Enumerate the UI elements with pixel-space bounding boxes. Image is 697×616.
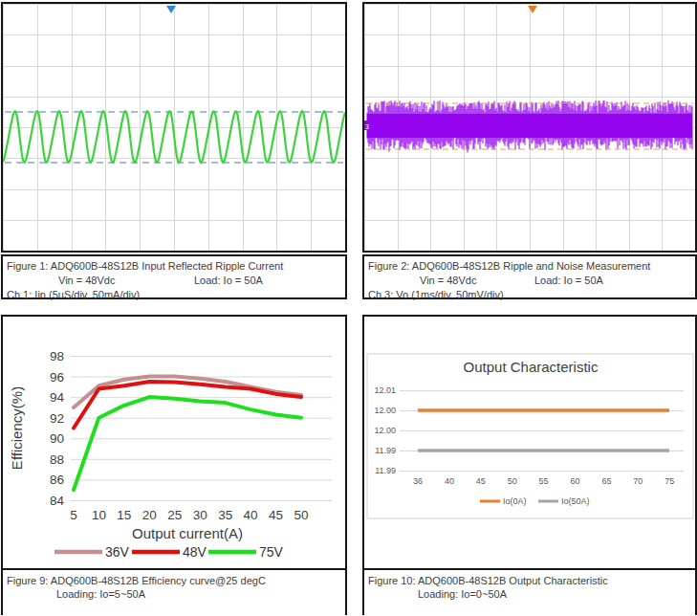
svg-text:5: 5: [70, 508, 77, 522]
fig2-oscilloscope-screen: 3: [362, 2, 697, 253]
svg-text:Output Characteristic: Output Characteristic: [464, 359, 599, 375]
svg-text:12.01: 12.01: [374, 385, 396, 395]
svg-text:36V: 36V: [105, 544, 130, 560]
fig2-caption-box: Figure 2: ADQ600B-48S12B Ripple and Nois…: [362, 254, 697, 299]
fig10-caption-title: Figure 10: ADQ600B-48S12B Output Charact…: [368, 575, 695, 586]
svg-text:12.00: 12.00: [374, 426, 396, 435]
svg-text:96: 96: [50, 370, 64, 385]
fig1-vin-value: Vin = 48Vdc: [58, 274, 115, 288]
fig1-load-value: Load: Io = 50A: [194, 274, 263, 288]
svg-text:55: 55: [539, 476, 549, 486]
svg-text:11.99: 11.99: [375, 466, 396, 475]
fig1-caption-title: Figure 1: ADQ600B-48S12B Input Reflected…: [3, 259, 345, 274]
fig1-caption-box: Figure 1: ADQ600B-48S12B Input Reflected…: [1, 254, 347, 299]
svg-text:50: 50: [294, 508, 308, 522]
fig1-caption-conditions: Vin = 48Vdc Load: Io = 50A: [3, 274, 345, 288]
svg-text:Io(50A): Io(50A): [561, 496, 590, 506]
svg-text:12.00: 12.00: [374, 406, 396, 415]
svg-text:48V: 48V: [183, 544, 207, 560]
svg-text:90: 90: [50, 431, 64, 446]
svg-text:Output current(A): Output current(A): [132, 525, 243, 541]
fig2-caption-conditions: Vin = 48Vdc Load: Io = 50A: [364, 274, 695, 288]
fig2-vin-value: Vin = 48Vdc: [420, 274, 476, 288]
svg-text:75V: 75V: [259, 544, 284, 560]
trigger-marker-icon: [528, 6, 537, 13]
fig1-oscilloscope-screen: [1, 2, 347, 253]
svg-text:86: 86: [50, 473, 64, 487]
svg-text:98: 98: [50, 349, 64, 363]
output-characteristic-chart: Output Characteristic12.0112.0012.0011.9…: [364, 317, 695, 564]
fig2-caption-title: Figure 2: ADQ600B-48S12B Ripple and Nois…: [364, 259, 695, 274]
svg-text:60: 60: [570, 476, 579, 486]
svg-text:40: 40: [445, 476, 454, 486]
svg-text:50: 50: [508, 476, 517, 486]
svg-text:70: 70: [633, 476, 643, 486]
fig9-caption-title: Figure 9: ADQ600B-48S12B Efficiency curv…: [7, 575, 345, 586]
svg-text:65: 65: [601, 476, 611, 486]
svg-text:45: 45: [269, 508, 283, 522]
svg-text:75: 75: [664, 476, 674, 486]
noise-waveform: [367, 100, 692, 153]
fig10-caption-box: Figure 10: ADQ600B-48S12B Output Charact…: [364, 568, 695, 615]
svg-text:30: 30: [193, 508, 207, 522]
efficiency-chart: 84868890929496985101520253035404550Outpu…: [3, 317, 345, 564]
svg-text:20: 20: [142, 508, 157, 522]
svg-text:94: 94: [50, 390, 65, 405]
figure10-panel: Output Characteristic12.0112.0012.0011.9…: [362, 315, 697, 615]
fig9-loading-info: Loading: Io=5~50A: [7, 588, 345, 600]
svg-text:88: 88: [50, 452, 64, 467]
svg-text:10: 10: [92, 508, 106, 522]
svg-text:84: 84: [50, 494, 65, 508]
svg-text:40: 40: [244, 508, 258, 522]
figure1-panel: Figure 1: ADQ600B-48S12B Input Reflected…: [1, 2, 347, 299]
series-75V: [74, 397, 301, 490]
figure9-panel: 84868890929496985101520253035404550Outpu…: [1, 315, 347, 615]
svg-text:92: 92: [50, 411, 64, 426]
svg-text:3: 3: [365, 123, 369, 130]
fig10-loading-info: Loading: Io=0~50A: [368, 588, 695, 600]
fig2-channel-info: Ch 3: Vo (1ms/div, 50mV/div): [364, 288, 695, 302]
fig9-caption-box: Figure 9: ADQ600B-48S12B Efficiency curv…: [3, 568, 345, 615]
fig2-load-value: Load: Io = 50A: [534, 274, 603, 288]
svg-text:15: 15: [117, 508, 131, 522]
fig1-channel-info: Ch 1: Iin (5uS/div, 50mA/div): [3, 288, 345, 302]
svg-text:25: 25: [167, 508, 182, 522]
svg-text:11.99: 11.99: [375, 446, 396, 455]
svg-text:36: 36: [413, 476, 423, 486]
svg-text:Efficiency(%): Efficiency(%): [9, 386, 25, 470]
svg-text:35: 35: [218, 508, 232, 522]
svg-text:Io(0A): Io(0A): [503, 496, 527, 506]
svg-text:45: 45: [476, 476, 486, 486]
figure2-panel: 3 Figure 2: ADQ600B-48S12B Ripple and No…: [362, 2, 697, 299]
